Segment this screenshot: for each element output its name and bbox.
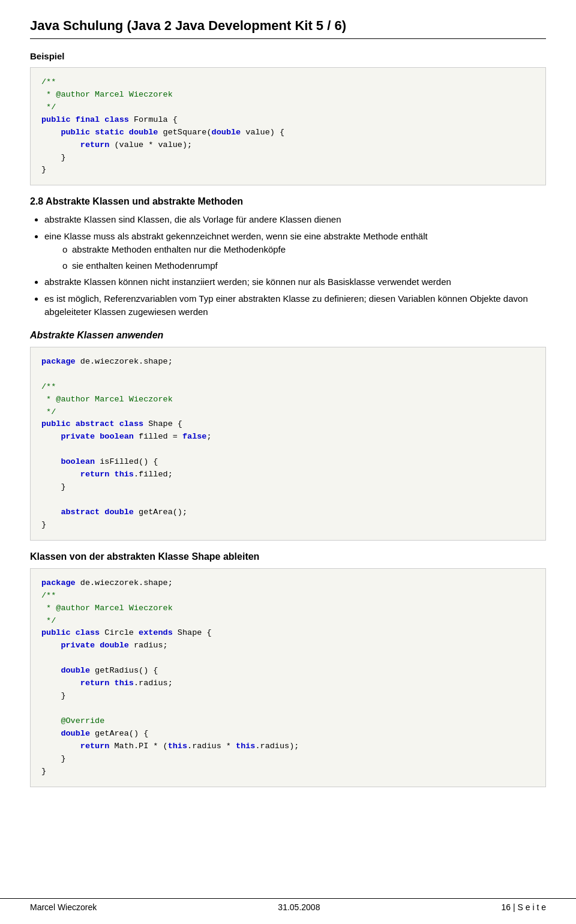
footer-author: Marcel Wieczorek <box>30 902 97 912</box>
sub-bullets: abstrakte Methoden enthalten nur die Met… <box>62 243 546 272</box>
list-item: abstrakte Klassen können nicht instanzii… <box>44 275 546 289</box>
page-footer: Marcel Wieczorek 31.05.2008 16 | S e i t… <box>0 898 576 912</box>
beispiel-label: Beispiel <box>30 51 546 61</box>
list-item: abstrakte Klassen sind Klassen, die als … <box>44 213 546 227</box>
footer-date: 31.05.2008 <box>278 902 320 912</box>
section-28-bullets: abstrakte Klassen sind Klassen, die als … <box>44 213 546 319</box>
list-item: es ist möglich, Referenzvariablen vom Ty… <box>44 292 546 319</box>
code-block-3: package de.wieczorek.shape; /** * @autho… <box>30 568 546 787</box>
italic-heading-1: Abstrakte Klassen anwenden <box>30 330 546 341</box>
code-block-1: /** * @author Marcel Wieczorek */ public… <box>30 67 546 185</box>
list-item: sie enthalten keinen Methodenrumpf <box>62 259 546 273</box>
page-title: Java Schulung (Java 2 Java Development K… <box>30 18 546 39</box>
footer-page: 16 | S e i t e <box>502 902 546 912</box>
list-item: eine Klasse muss als abstrakt gekennzeic… <box>44 230 546 273</box>
section-28-title: 2.8 Abstrakte Klassen und abstrakte Meth… <box>30 196 546 207</box>
section-ableiten-title: Klassen von der abstrakten Klasse Shape … <box>30 551 546 562</box>
code-block-2: package de.wieczorek.shape; /** * @autho… <box>30 347 546 541</box>
list-item: abstrakte Methoden enthalten nur die Met… <box>62 243 546 257</box>
